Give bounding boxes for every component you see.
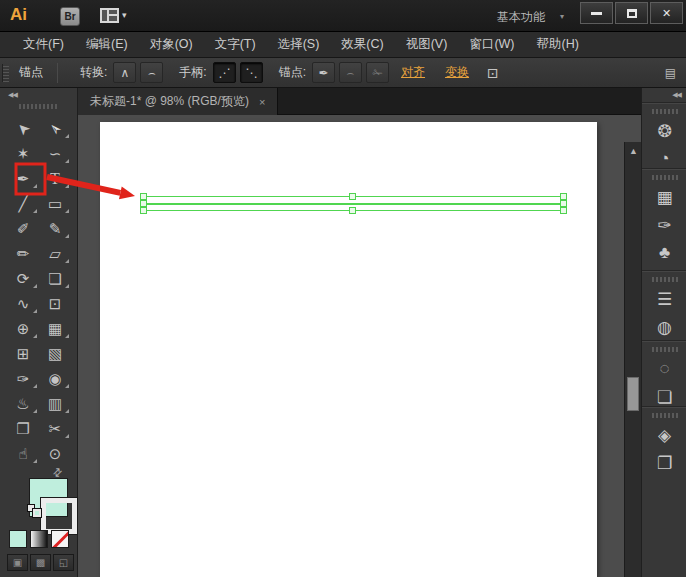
green-path-segment-1[interactable] xyxy=(140,203,566,205)
stroke-panel-icon[interactable]: ☰ xyxy=(642,285,686,313)
scale-tool[interactable]: ❏ xyxy=(39,266,71,291)
tools-panel: ◀◀ ➤➢✶∽✒T╱▭✐✎✏▱⟳❏∿⊡⊕▦⊞▧✑◉♨▥❐✂☝⊙ ⇄ ▣▩◱ xyxy=(0,88,78,577)
mesh-tool[interactable]: ⊞ xyxy=(7,341,39,366)
anchor-point-3[interactable] xyxy=(140,200,147,207)
bridge-button[interactable]: Br xyxy=(60,7,80,26)
symbols-panel-icon[interactable]: ♣ xyxy=(642,239,686,267)
menu-item-6[interactable]: 视图(V) xyxy=(395,32,459,57)
color-panel-icon[interactable]: ❂ xyxy=(642,117,686,145)
artboards-panel-icon[interactable]: ❐ xyxy=(642,449,686,477)
cut-path-button[interactable]: ✁ xyxy=(366,62,389,83)
panel-group-grip[interactable] xyxy=(652,277,678,282)
menu-item-5[interactable]: 效果(C) xyxy=(330,32,394,57)
remove-anchor-button[interactable]: ✒ xyxy=(312,62,335,83)
brushes-panel-icon[interactable]: ✑ xyxy=(642,211,686,239)
pencil-tool[interactable]: ✎ xyxy=(39,216,71,241)
perspective-grid-tool[interactable]: ▦ xyxy=(39,316,71,341)
free-distort-icon[interactable]: ⊡ xyxy=(487,65,499,81)
rectangle-tool[interactable]: ▭ xyxy=(39,191,71,216)
eyedropper-tool[interactable]: ✑ xyxy=(7,366,39,391)
draw-inside-button[interactable]: ◱ xyxy=(53,554,74,571)
layers-panel-icon[interactable]: ◈ xyxy=(642,421,686,449)
menu-item-2[interactable]: 对象(O) xyxy=(139,32,204,57)
maximize-button[interactable] xyxy=(615,2,648,24)
transparency-panel-icon[interactable]: ◍ xyxy=(642,313,686,341)
menu-item-0[interactable]: 文件(F) xyxy=(12,32,75,57)
lasso-tool[interactable]: ∽ xyxy=(39,141,71,166)
anchor-point-1[interactable] xyxy=(349,193,356,200)
minimize-button[interactable] xyxy=(580,2,613,24)
selection-tool[interactable]: ➤ xyxy=(7,116,39,141)
shape-builder-tool[interactable]: ⊕ xyxy=(7,316,39,341)
draw-normal-button[interactable]: ▣ xyxy=(7,554,28,571)
stroke-color-swatch[interactable] xyxy=(41,498,77,534)
pen-tool[interactable]: ✒ xyxy=(7,166,39,191)
vertical-scrollbar[interactable]: ▲ xyxy=(624,142,641,577)
magic-wand-tool[interactable]: ✶ xyxy=(7,141,39,166)
blend-tool[interactable]: ◉ xyxy=(39,366,71,391)
type-tool[interactable]: T xyxy=(39,166,71,191)
hand-tool[interactable]: ☝ xyxy=(7,441,39,466)
panel-group-grip[interactable] xyxy=(652,413,678,418)
scroll-up-icon[interactable]: ▲ xyxy=(625,144,641,158)
anchor-point-4[interactable] xyxy=(560,200,567,207)
hide-handles-button[interactable]: ⋱ xyxy=(240,62,263,83)
anchor-point-5[interactable] xyxy=(140,207,147,214)
canvas[interactable]: ▲ xyxy=(78,115,641,577)
convert-to-smooth-button[interactable]: ⌢ xyxy=(140,62,163,83)
rotate-tool[interactable]: ⟳ xyxy=(7,266,39,291)
show-handles-button[interactable]: ⋰ xyxy=(213,62,236,83)
gradient-tool[interactable]: ▧ xyxy=(39,341,71,366)
connect-path-button[interactable]: ⌢ xyxy=(339,62,362,83)
menu-item-8[interactable]: 帮助(H) xyxy=(526,32,590,57)
menu-item-1[interactable]: 编辑(E) xyxy=(75,32,139,57)
artboard-tool[interactable]: ❐ xyxy=(7,416,39,441)
panel-group-grip[interactable] xyxy=(652,109,678,114)
menu-item-3[interactable]: 文字(T) xyxy=(204,32,267,57)
anchor-point-6[interactable] xyxy=(349,207,356,214)
gradient-style-button[interactable] xyxy=(30,530,48,548)
swatches-panel-icon[interactable]: ▦ xyxy=(642,183,686,211)
direct-selection-tool[interactable]: ➢ xyxy=(39,116,71,141)
menu-item-7[interactable]: 窗口(W) xyxy=(458,32,525,57)
control-panel-menu-icon[interactable]: ▤ xyxy=(665,66,676,80)
line-segment-tool[interactable]: ╱ xyxy=(7,191,39,216)
free-transform-tool[interactable]: ⊡ xyxy=(39,291,71,316)
symbol-sprayer-tool[interactable]: ♨ xyxy=(7,391,39,416)
panel-group-grip[interactable] xyxy=(652,347,678,352)
workspace-switcher[interactable]: 基本功能 xyxy=(497,9,545,26)
none-style-button[interactable] xyxy=(51,530,69,548)
artboard[interactable] xyxy=(100,122,597,577)
slice-tool[interactable]: ✂ xyxy=(39,416,71,441)
symbol-sprayer-tool-icon: ♨ xyxy=(16,395,29,413)
expand-panels-icon[interactable]: ◀◀ xyxy=(672,91,681,99)
convert-to-corner-button[interactable]: ∧ xyxy=(113,62,136,83)
arrange-documents-caret-icon[interactable]: ▾ xyxy=(122,10,127,20)
anchor-point-2[interactable] xyxy=(560,193,567,200)
tab-close-icon[interactable]: × xyxy=(259,96,265,108)
align-link[interactable]: 对齐 xyxy=(401,64,425,81)
arrange-documents-icon[interactable] xyxy=(100,8,119,23)
menu-item-4[interactable]: 选择(S) xyxy=(267,32,331,57)
panel-group-grip[interactable] xyxy=(652,175,678,180)
control-bar-grip[interactable] xyxy=(2,64,9,82)
eraser-tool[interactable]: ▱ xyxy=(39,241,71,266)
draw-behind-button[interactable]: ▩ xyxy=(30,554,51,571)
column-graph-tool[interactable]: ▥ xyxy=(39,391,71,416)
color-style-button[interactable] xyxy=(9,530,27,548)
default-fill-stroke-icon[interactable] xyxy=(27,504,41,517)
anchor-point-0[interactable] xyxy=(140,193,147,200)
scrollbar-thumb[interactable] xyxy=(627,377,639,411)
collapse-tools-icon[interactable]: ◀◀ xyxy=(8,91,17,99)
tools-panel-grip[interactable] xyxy=(19,104,59,109)
anchor-point-7[interactable] xyxy=(560,207,567,214)
appearance-panel-icon[interactable]: ◌ xyxy=(642,355,686,383)
transform-link[interactable]: 变换 xyxy=(445,64,469,81)
width-tool[interactable]: ∿ xyxy=(7,291,39,316)
workspace-caret-icon[interactable]: ▾ xyxy=(560,12,564,21)
paintbrush-tool[interactable]: ✐ xyxy=(7,216,39,241)
zoom-tool[interactable]: ⊙ xyxy=(39,441,71,466)
blob-brush-tool[interactable]: ✏ xyxy=(7,241,39,266)
close-button[interactable]: ✕ xyxy=(650,2,683,24)
document-tab[interactable]: 未标题-1* @ 98% (RGB/预览) × xyxy=(78,88,278,115)
